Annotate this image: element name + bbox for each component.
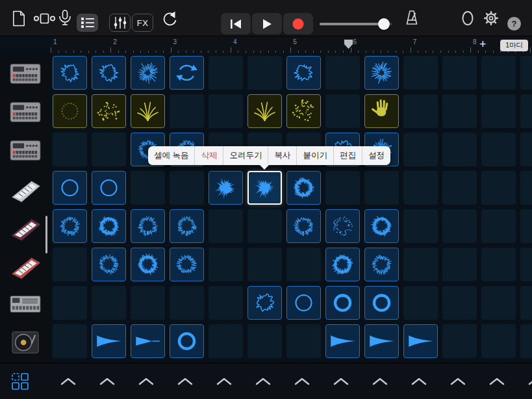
grid-cell-r8c12-empty[interactable]	[481, 324, 516, 358]
add-bars-button[interactable]: +	[479, 38, 487, 51]
grid-cell-r5c5-empty[interactable]	[209, 209, 243, 243]
undo-button[interactable]	[160, 0, 178, 36]
record-button[interactable]	[283, 13, 313, 34]
grid-cell-r5c3-wave-ring[interactable]	[131, 209, 165, 243]
grid-cell-r2c8-empty[interactable]	[325, 94, 360, 128]
grid-cell-r5c4-wave-ring[interactable]	[170, 209, 204, 243]
grid-cell-r2c12-empty[interactable]	[481, 94, 516, 128]
grid-cell-r8c10-decay-wave[interactable]	[403, 324, 438, 358]
grid-cell-r5c8-speckle-ring[interactable]	[325, 209, 360, 243]
grid-cell-r2c4-empty[interactable]	[170, 94, 204, 128]
grid-cell-r2c1-dotted-ring[interactable]	[53, 94, 87, 128]
track-header-keyboard-red[interactable]	[0, 246, 51, 285]
grid-cell-r7c8-ring-bold[interactable]	[325, 286, 360, 320]
grid-cell-r1c7-spiky-ring[interactable]	[286, 56, 321, 90]
grid-cell-r8c11-empty[interactable]	[442, 324, 477, 358]
grid-cell-r1c10-empty[interactable]	[403, 56, 438, 90]
grid-cell-r6c7-empty[interactable]	[286, 248, 321, 281]
grid-cell-r2c11-empty[interactable]	[442, 94, 477, 128]
grid-cell-r8c5-empty[interactable]	[209, 324, 243, 358]
grid-cell-r7c1-empty[interactable]	[53, 286, 87, 320]
grid-cell-r6c1-empty[interactable]	[53, 248, 87, 281]
grid-cell-r8c6-empty[interactable]	[247, 324, 282, 358]
column-trigger-9[interactable]	[372, 377, 388, 386]
live-loops-view-button[interactable]	[32, 0, 56, 36]
grid-cell-r6c12-empty[interactable]	[481, 248, 516, 281]
column-trigger-3[interactable]	[138, 377, 155, 386]
grid-cell-r6c4-wave-ring[interactable]	[170, 248, 204, 281]
grid-cell-r3c1-empty[interactable]	[53, 133, 87, 166]
grid-cell-r7c9-ring-bold[interactable]	[364, 286, 399, 320]
grid-cell-r2c10-empty[interactable]	[403, 94, 438, 128]
column-trigger-7[interactable]	[294, 377, 310, 386]
grid-cell-r4c2-ring[interactable]	[92, 171, 126, 205]
track-header-keyboard-dark[interactable]	[0, 208, 51, 246]
track-scrollbar[interactable]	[45, 216, 47, 253]
context-menu-item-edit[interactable]: 편집	[333, 146, 362, 165]
grid-length-badge[interactable]: 1마디	[500, 40, 528, 51]
context-menu-item-cut[interactable]: 오려두기	[223, 146, 268, 165]
grid-cell-r1c9-sunburst[interactable]	[364, 56, 399, 90]
grid-cell-r1c4-cycle-arrows[interactable]	[170, 56, 204, 90]
grid-cell-r1c2-spiky-ring[interactable]	[92, 56, 126, 90]
grid-cell-r4c4-empty[interactable]	[170, 171, 204, 205]
column-trigger-4[interactable]	[177, 377, 194, 386]
grid-cell-r1c6-empty[interactable]	[247, 56, 282, 90]
grid-cell-r6c8-wave-ring-bold[interactable]	[325, 248, 360, 281]
grid-cell-r4c6-wave-burst[interactable]	[247, 171, 282, 205]
grid-cell-r6c10-empty[interactable]	[403, 248, 438, 281]
grid-cell-r2c9-hand[interactable]	[364, 94, 399, 128]
grid-cell-r4c11-empty[interactable]	[442, 171, 477, 205]
grid-cell-r6c2-wave-ring[interactable]	[92, 248, 126, 281]
grid-cell-r5c10-empty[interactable]	[403, 209, 438, 243]
grid-cell-r4c7-wave-ring-bold[interactable]	[286, 171, 321, 205]
column-trigger-10[interactable]	[411, 377, 427, 386]
grid-cell-r8c2-decay-wave[interactable]	[92, 324, 126, 358]
grid-cell-r4c12-empty[interactable]	[481, 171, 516, 205]
grid-cell-r2c5-empty[interactable]	[209, 94, 243, 128]
column-trigger-11[interactable]	[450, 377, 466, 386]
grid-cell-r1c12-empty[interactable]	[481, 56, 516, 90]
channel-strip-button[interactable]	[109, 14, 131, 32]
context-menu-item-paste[interactable]: 붙이기	[296, 146, 333, 165]
column-trigger-6[interactable]	[255, 377, 272, 386]
column-trigger-12[interactable]	[488, 377, 505, 386]
track-header-keyboard-silver[interactable]	[0, 170, 51, 208]
help-button[interactable]: ?	[507, 17, 521, 31]
fx-button[interactable]: FX	[132, 14, 153, 32]
column-trigger-2[interactable]	[99, 377, 116, 386]
grid-cell-r8c4-ring-bold[interactable]	[170, 324, 204, 358]
grid-cell-r7c6-spiky-ring[interactable]	[247, 286, 282, 320]
mic-input-button[interactable]	[57, 0, 73, 36]
grid-cell-r7c7-ring[interactable]	[286, 286, 321, 320]
grid-cell-r3c11-empty[interactable]	[442, 133, 477, 166]
bar-ruler[interactable]: 12345678 + 1마디	[51, 36, 532, 55]
context-menu-item-copy[interactable]: 복사	[268, 146, 296, 165]
grid-cell-r2c2-speckle-burst[interactable]	[92, 94, 126, 128]
track-header-turntable[interactable]	[0, 323, 51, 361]
cell-edit-mode-button[interactable]	[10, 372, 30, 391]
metronome-button[interactable]	[403, 0, 421, 36]
grid-cell-r6c9-wave-ring[interactable]	[364, 248, 399, 281]
grid-cell-r1c8-empty[interactable]	[325, 56, 360, 90]
grid-cell-r8c7-empty[interactable]	[286, 324, 321, 358]
grid-cell-r5c1-wave-ring[interactable]	[53, 209, 87, 243]
grid-cell-r5c6-empty[interactable]	[247, 209, 282, 243]
track-header-drum-machine-3[interactable]	[0, 131, 51, 170]
context-menu-item-settings[interactable]: 설정	[362, 146, 390, 165]
grid-cell-r5c11-empty[interactable]	[442, 209, 477, 243]
grid-cell-r8c13-empty[interactable]	[520, 324, 532, 358]
grid-cell-r1c13-empty[interactable]	[520, 56, 532, 90]
grid-cell-r4c8-empty[interactable]	[325, 171, 360, 205]
grid-cell-r4c13-empty[interactable]	[520, 171, 532, 205]
grid-cell-r6c13-empty[interactable]	[520, 248, 532, 281]
grid-cell-r6c11-empty[interactable]	[442, 248, 477, 281]
column-trigger-13[interactable]	[527, 377, 532, 386]
grid-cell-r7c2-empty[interactable]	[92, 286, 126, 320]
context-menu-item-record-to-cell[interactable]: 셀에 녹음	[148, 146, 194, 165]
grid-cell-r4c3-empty[interactable]	[131, 171, 165, 205]
grid-cell-r1c5-empty[interactable]	[209, 56, 243, 90]
grid-cell-r1c1-spiky-ring[interactable]	[53, 56, 87, 90]
grid-cell-r2c13-empty[interactable]	[520, 94, 532, 128]
grid-cell-r8c8-decay-wave[interactable]	[325, 324, 360, 358]
